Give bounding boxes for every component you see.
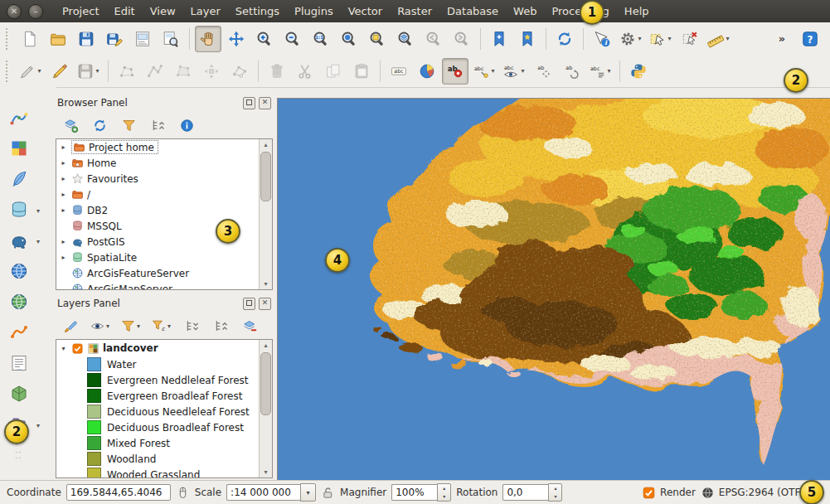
render-checkbox[interactable]: Render	[642, 486, 696, 500]
edits-manage-button[interactable]: ▾	[17, 58, 45, 85]
coordinate-input[interactable]	[66, 484, 171, 501]
expand-all-button[interactable]	[181, 315, 202, 337]
menu-help[interactable]: Help	[617, 3, 657, 19]
file-new-button[interactable]	[17, 26, 43, 52]
expand-arrow-icon[interactable]: ▸	[59, 254, 68, 261]
dropdown-arrow-icon[interactable]: ▾	[491, 67, 494, 75]
move-feature-button[interactable]	[198, 58, 225, 85]
styling-button[interactable]	[60, 315, 81, 337]
dropdown-arrow-icon[interactable]: ▾	[106, 322, 109, 330]
close-panel-icon[interactable]: ✕	[259, 298, 271, 310]
window-close-button[interactable]: ✕	[7, 4, 22, 19]
browser-item-arcgisfeatureserver[interactable]: ArcGisFeatureServer	[56, 265, 260, 281]
expand-arrow-icon[interactable]: ▸	[59, 175, 68, 182]
bookmark-new-button[interactable]	[486, 26, 512, 52]
dropdown-arrow-icon[interactable]: ▾	[95, 67, 99, 75]
refresh-button[interactable]	[551, 26, 578, 52]
menu-web[interactable]: Web	[506, 3, 544, 19]
window-minimize-button[interactable]: –	[28, 4, 43, 19]
dropdown-arrow-icon[interactable]: ▾	[137, 322, 140, 330]
layout-manager-button[interactable]	[158, 26, 184, 52]
measure-button[interactable]: ▾	[705, 26, 733, 52]
save-button[interactable]	[73, 26, 100, 52]
label-ab-red-button[interactable]: ab	[442, 58, 468, 85]
expand-arrow-icon[interactable]: ▸	[59, 159, 68, 167]
browser-item-db2[interactable]: ▸DB2	[56, 202, 260, 218]
help-button[interactable]: ?	[797, 26, 823, 52]
scroll-down-icon[interactable]: ▾	[264, 467, 267, 477]
label-pin-button[interactable]: abc▾	[470, 58, 498, 85]
spin-up-icon[interactable]: ▴	[438, 484, 450, 492]
layer-add-button[interactable]	[60, 114, 81, 136]
zoom-native-button[interactable]: 1:1	[308, 26, 334, 52]
capture-polygon-button[interactable]	[170, 58, 197, 85]
add-raster-button[interactable]	[7, 136, 32, 161]
pan-hand-button[interactable]	[195, 26, 221, 52]
scroll-down-icon[interactable]: ▾	[264, 279, 267, 289]
dropdown-arrow-icon[interactable]: ▾	[36, 238, 40, 245]
menu-edit[interactable]: Edit	[106, 3, 142, 19]
identify-button[interactable]: i	[589, 26, 615, 52]
magnifier-spinbox[interactable]: ▴▾	[391, 483, 451, 502]
funnel-button[interactable]	[118, 114, 139, 136]
scrollbar[interactable]: ▴ ▾	[259, 340, 272, 477]
menu-layer[interactable]: Layer	[183, 3, 228, 19]
add-delimited-button[interactable]: ,,,	[7, 351, 32, 376]
label-eye-button[interactable]: abc▾	[500, 58, 528, 85]
expand-arrow-icon[interactable]: ▸	[59, 206, 68, 214]
spin-up-icon[interactable]: ▴	[549, 484, 561, 492]
collapse-all-button[interactable]	[210, 315, 231, 337]
dropdown-arrow-icon[interactable]: ▾	[638, 35, 641, 42]
map-canvas[interactable]	[277, 98, 830, 482]
zoom-full-button[interactable]	[336, 26, 362, 52]
dropdown-arrow-icon[interactable]: ▾	[521, 67, 524, 75]
edits-save-button[interactable]: ▾	[75, 58, 103, 85]
python-button[interactable]	[625, 58, 652, 85]
add-postgis-button[interactable]: ▾	[7, 228, 32, 253]
new-geopackage-button[interactable]	[7, 381, 32, 406]
crs-status[interactable]: EPSG:2964 (OTF)	[701, 486, 804, 500]
label-rotate-button[interactable]: ab	[558, 58, 585, 85]
menu-plugins[interactable]: Plugins	[287, 3, 341, 19]
menu-database[interactable]: Database	[439, 3, 506, 19]
browser-item-arcgismapserver[interactable]: ArcGisMapServer	[56, 281, 260, 289]
layer-row-landcover[interactable]: ▾landcover	[56, 340, 260, 356]
menu-view[interactable]: View	[143, 3, 183, 19]
menu-settings[interactable]: Settings	[228, 3, 287, 19]
layout-new-button[interactable]	[129, 26, 156, 52]
dropdown-arrow-icon[interactable]: ▾	[667, 35, 671, 42]
expand-arrow-icon[interactable]: ▸	[59, 143, 68, 151]
scale-dropdown-button[interactable]: ▾	[300, 483, 316, 502]
zoom-out-button[interactable]	[279, 26, 306, 52]
lock-open-icon[interactable]	[321, 486, 335, 500]
scrollbar-thumb[interactable]	[260, 352, 271, 415]
scrollbar[interactable]: ▴ ▾	[259, 139, 272, 289]
new-shapefile-button[interactable]	[7, 167, 32, 191]
add-vector-button[interactable]	[7, 105, 32, 130]
copy-button[interactable]	[320, 58, 347, 85]
themes-eye-button[interactable]: ▾	[89, 315, 112, 337]
label-props-button[interactable]: abc▾	[586, 58, 614, 85]
scrollbar-thumb[interactable]	[260, 152, 271, 201]
label-move-button[interactable]: ab	[530, 58, 556, 85]
menu-raster[interactable]: Raster	[390, 3, 439, 19]
node-tool-button[interactable]	[226, 58, 253, 85]
rotation-spinbox[interactable]: ▴▾	[502, 483, 562, 502]
save-as-button[interactable]	[101, 26, 128, 52]
bookmark-show-button[interactable]	[514, 26, 541, 52]
zoom-next-button[interactable]	[449, 26, 475, 52]
expand-arrow-icon[interactable]: ▾	[59, 345, 68, 352]
browser-item-favourites[interactable]: ▸Favourites	[56, 171, 260, 187]
close-panel-icon[interactable]: ✕	[259, 97, 271, 109]
zoom-layer-button[interactable]	[392, 26, 419, 52]
zoom-last-button[interactable]	[420, 26, 447, 52]
actions-gear-button[interactable]: ▾	[617, 26, 645, 52]
mouse-extents-icon[interactable]	[176, 486, 190, 500]
collapse-all-button[interactable]	[147, 114, 168, 136]
add-wms-button[interactable]	[7, 259, 32, 284]
add-spatialite-button[interactable]: ▾	[7, 197, 32, 222]
overflow-button[interactable]: »	[769, 26, 795, 52]
folder-open-button[interactable]	[45, 26, 71, 52]
dropdown-arrow-icon[interactable]: ▾	[726, 35, 729, 42]
browser-item-spatialite[interactable]: ▸SpatiaLite	[56, 250, 260, 265]
